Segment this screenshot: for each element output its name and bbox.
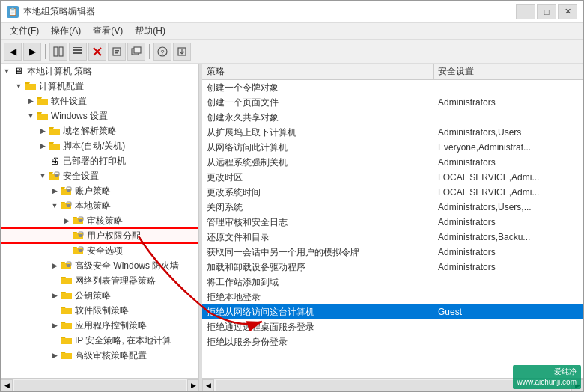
folder-icon xyxy=(25,80,37,92)
list-row[interactable]: 更改系统时间 LOCAL SERVICE,Admi... xyxy=(202,185,583,200)
list-row[interactable]: 拒绝通过远程桌面服务登录 xyxy=(202,319,583,334)
tree-label: 公钥策略 xyxy=(75,290,111,302)
list-header: 策略 安全设置 xyxy=(202,64,583,80)
list-row[interactable]: 关闭系统 Administrators,Users,... xyxy=(202,200,583,215)
tree-item-network-list[interactable]: ▶ 网络列表管理器策略 xyxy=(1,273,198,288)
expand-icon[interactable]: ▼ xyxy=(13,80,25,92)
expand-icon[interactable]: ▼ xyxy=(37,170,49,182)
menu-action[interactable]: 操作(A) xyxy=(45,23,87,39)
list-row[interactable]: 拒绝以服务身份登录 xyxy=(202,334,583,349)
list-row[interactable]: 管理审核和安全日志 Administrators xyxy=(202,215,583,230)
tree-item-local-policy[interactable]: ▼ 🖥 本地计算机 策略 xyxy=(1,64,198,79)
list-row-selected[interactable]: 拒绝从网络访问这台计算机 Guest xyxy=(202,304,583,319)
tree-item-account-strategy[interactable]: ▶ 账户策略 xyxy=(1,183,198,198)
list-row[interactable]: 获取同一会话中另一个用户的模拟令牌 Administrators xyxy=(202,245,583,260)
scroll-right[interactable]: ▶ xyxy=(571,379,583,391)
folder-icon xyxy=(37,95,49,107)
list-row[interactable]: 从网络访问此计算机 Everyone,Administrat... xyxy=(202,140,583,155)
scroll-right[interactable]: ▶ xyxy=(187,379,199,391)
expand-icon[interactable]: ▶ xyxy=(49,290,61,301)
show-hide-button[interactable] xyxy=(49,43,67,61)
svg-rect-29 xyxy=(67,264,70,267)
tree-item-public-key[interactable]: ▶ 公钥策略 xyxy=(1,288,198,303)
list-row[interactable]: 加载和卸载设备驱动程序 Administrators xyxy=(202,260,583,275)
list-row[interactable]: 创建永久共享对象 xyxy=(202,110,583,125)
list-row[interactable]: 拒绝本地登录 xyxy=(202,290,583,304)
new-window-button[interactable] xyxy=(127,43,145,61)
policy-cell: 关闭系统 xyxy=(202,201,434,214)
tree-label: 网络列表管理器策略 xyxy=(75,275,156,287)
tree-item-security-options[interactable]: ▶ 安全选项 xyxy=(1,243,198,258)
policy-cell: 拒绝以服务身份登录 xyxy=(202,336,434,349)
policy-column-header[interactable]: 策略 xyxy=(202,64,434,79)
tree-item-advanced-firewall[interactable]: ▶ 高级安全 Windows 防火墙 xyxy=(1,258,198,273)
menu-file[interactable]: 文件(F) xyxy=(4,23,45,39)
tree-item-app-control[interactable]: ▶ 应用程序控制策略 xyxy=(1,318,198,333)
tree-item-dns[interactable]: ▶ 域名解析策略 xyxy=(1,123,198,138)
help-button[interactable]: ? xyxy=(153,43,171,61)
policy-cell: 更改时区 xyxy=(202,171,434,184)
menu-help[interactable]: 帮助(H) xyxy=(129,23,171,39)
svg-rect-19 xyxy=(67,189,70,192)
forward-button[interactable]: ▶ xyxy=(23,43,41,61)
list-row[interactable]: 还原文件和目录 Administrators,Backu... xyxy=(202,230,583,245)
expand-icon[interactable]: ▶ xyxy=(25,95,37,107)
lock-folder-icon xyxy=(73,230,85,242)
tree-item-software-settings[interactable]: ▶ 软件设置 xyxy=(1,94,198,108)
expand-icon[interactable]: ▶ xyxy=(49,260,61,272)
tree-pane-scrollbar[interactable]: ◀ ▶ xyxy=(1,378,199,391)
tree-item-audit[interactable]: ▶ 审核策略 xyxy=(1,213,198,228)
scroll-left[interactable]: ◀ xyxy=(1,379,13,391)
list-row[interactable]: 创建一个页面文件 Administrators xyxy=(202,95,583,110)
maximize-button[interactable]: □ xyxy=(537,4,556,19)
expand-icon[interactable]: ▼ xyxy=(49,200,61,212)
tree-item-computer-config[interactable]: ▼ 计算机配置 xyxy=(1,79,198,94)
expand-icon[interactable]: ▼ xyxy=(25,110,37,122)
tree-label: 域名解析策略 xyxy=(63,125,117,138)
export-button[interactable] xyxy=(173,43,191,61)
svg-rect-23 xyxy=(79,219,82,222)
tree-pane[interactable]: ▼ 🖥 本地计算机 策略 ▼ 计算机配置 ▶ xyxy=(1,64,199,378)
expand-icon[interactable]: ▶ xyxy=(49,185,61,197)
tree-item-software-limit[interactable]: ▶ 软件限制策略 xyxy=(1,303,198,318)
security-column-header[interactable]: 安全设置 xyxy=(434,64,583,79)
policy-cell: 从远程系统强制关机 xyxy=(202,156,434,169)
properties-button[interactable] xyxy=(108,43,126,61)
list-row[interactable]: 从远程系统强制关机 Administrators xyxy=(202,155,583,170)
svg-rect-25 xyxy=(79,234,82,237)
minimize-button[interactable]: — xyxy=(516,4,535,19)
list-body[interactable]: 创建一个令牌对象 创建一个页面文件 Administrators 创建永久共享对… xyxy=(202,80,583,378)
policy-cell: 拒绝本地登录 xyxy=(202,291,434,304)
list-row[interactable]: 更改时区 LOCAL SERVICE,Admi... xyxy=(202,170,583,185)
tree-item-user-rights[interactable]: ▶ 用户权限分配 xyxy=(1,228,198,243)
expand-icon[interactable]: ▶ xyxy=(49,349,61,361)
lock-folder-icon xyxy=(61,200,73,212)
list-row[interactable]: 将工作站添加到域 xyxy=(202,275,583,290)
list-row[interactable]: 创建一个令牌对象 xyxy=(202,80,583,95)
folder-icon xyxy=(61,319,73,331)
tree-item-script[interactable]: ▶ 脚本(自动/关机) xyxy=(1,138,198,153)
delete-button[interactable] xyxy=(88,43,106,61)
tree-label: Windows 设置 xyxy=(51,110,108,123)
tree-label: 已部署的打印机 xyxy=(63,155,126,168)
expand-icon[interactable]: ▼ xyxy=(1,65,13,77)
expand-icon[interactable]: ▶ xyxy=(37,140,49,152)
scroll-left[interactable]: ◀ xyxy=(202,379,214,391)
expand-icon[interactable]: ▶ xyxy=(49,319,61,331)
security-cell: Administrators,Users,... xyxy=(434,202,583,212)
tree-item-windows-settings[interactable]: ▼ Windows 设置 xyxy=(1,108,198,123)
key-folder-icon xyxy=(61,290,73,301)
expand-icon[interactable]: ▶ xyxy=(61,215,73,227)
up-button[interactable] xyxy=(69,43,87,61)
menu-view[interactable]: 查看(V) xyxy=(87,23,129,39)
tree-item-advanced-audit[interactable]: ▶ 高级审核策略配置 xyxy=(1,348,198,363)
tree-item-local-strategy[interactable]: ▼ 本地策略 xyxy=(1,198,198,213)
tree-item-ip-security[interactable]: ▶ IP 安全策略, 在本地计算 xyxy=(1,333,198,348)
back-button[interactable]: ◀ xyxy=(4,43,22,61)
close-button[interactable]: ✕ xyxy=(558,4,577,19)
tree-item-security-settings[interactable]: ▼ 安全设置 xyxy=(1,168,198,183)
tree-item-printer[interactable]: ▶ 🖨 已部署的打印机 xyxy=(1,153,198,168)
right-pane-scrollbar[interactable]: ◀ ▶ xyxy=(202,378,583,391)
list-row[interactable]: 从扩展坞上取下计算机 Administrators,Users xyxy=(202,125,583,140)
expand-icon[interactable]: ▶ xyxy=(37,125,49,137)
